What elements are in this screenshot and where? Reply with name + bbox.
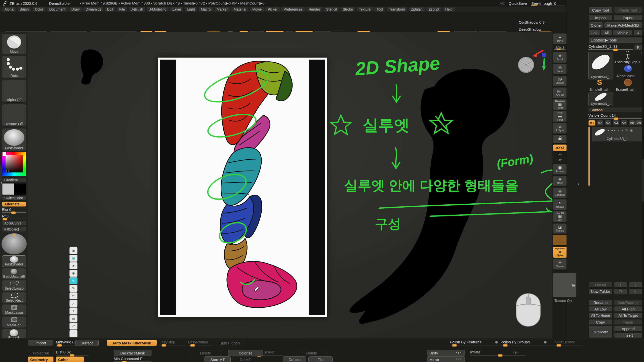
brush-selectrect[interactable]: SelectRect xyxy=(2,292,26,303)
fillobject-button[interactable]: FillObject xyxy=(2,227,26,232)
persp-button[interactable]: Dynamic▦Persp xyxy=(553,99,567,110)
xpose-button[interactable]: ✢Xpose xyxy=(553,259,567,270)
tool-export-button[interactable]: Export xyxy=(614,15,642,21)
right-divider-arrow[interactable]: ◄ xyxy=(577,182,580,186)
menu-picker[interactable]: Picker xyxy=(265,7,280,12)
folder-redo-button[interactable]: ↷ xyxy=(614,289,627,294)
subtool-down-button[interactable]: ↓ xyxy=(629,282,642,288)
hue-marker[interactable] xyxy=(3,152,6,156)
subtool-scrollbar[interactable] xyxy=(588,127,590,186)
pen-disable-icon[interactable]: ⊘ xyxy=(69,270,77,277)
unify-xyz[interactable]: x y z xyxy=(456,351,461,354)
pen-dot-icon[interactable]: • xyxy=(69,307,77,314)
menu-jmodeling[interactable]: J-Modeling xyxy=(147,7,169,12)
subtool-tab-v2[interactable]: V2 xyxy=(596,120,603,126)
alternate-button[interactable]: Alternate xyxy=(2,202,26,207)
menu-file[interactable]: File xyxy=(117,7,128,12)
color-sphere[interactable] xyxy=(2,233,27,254)
eraserbrush-tool[interactable]: EraserBrush xyxy=(614,79,642,92)
menu-alpha[interactable]: Alpha xyxy=(2,7,16,12)
texture-on-label[interactable]: Texture On xyxy=(554,299,572,303)
subtool-tab-v5[interactable]: V5 xyxy=(621,120,628,126)
polish-by-features-slider[interactable]: Polish By Features xyxy=(450,340,506,346)
all-to-target-button[interactable]: All To Target xyxy=(614,313,642,318)
menu-zplugin[interactable]: Zplugin xyxy=(409,7,425,12)
lsym-button[interactable]: ⇄L.Sym xyxy=(553,123,567,134)
menu-layer[interactable]: Layer xyxy=(170,7,184,12)
rotate-z-button[interactable]: ↺Z xyxy=(553,158,567,163)
colorize-button[interactable]: Colorize xyxy=(228,350,263,356)
menu-dynamics[interactable]: Dynamics xyxy=(83,7,103,12)
anatomy-tool[interactable]: 2 J Anatomy Step-1 xyxy=(614,52,642,64)
auto-mask-fibermesh-button[interactable]: Auto Mask FiberMesh xyxy=(107,340,157,346)
make-polymesh3d-button[interactable]: Make PolyMesh3D xyxy=(604,22,642,28)
menu-preferences[interactable]: Preferences xyxy=(281,7,305,12)
menu-draw[interactable]: Draw xyxy=(69,7,82,12)
polyf-button[interactable]: Line Fill▦PolyF xyxy=(553,211,567,222)
all-to-home-button[interactable]: All To Home xyxy=(588,313,613,318)
list-all-button[interactable]: List All xyxy=(588,282,613,288)
brush-selectlasso[interactable]: SelectLasso xyxy=(2,280,26,291)
blur-slider[interactable]: Blur 0 xyxy=(2,208,26,213)
subtool-tab-v3[interactable]: V3 xyxy=(605,120,612,126)
secondary-color-swatch[interactable] xyxy=(14,184,26,195)
stroke-dots-thumbnail[interactable]: Dots xyxy=(2,56,26,78)
pen-undo-icon[interactable]: ↶ xyxy=(69,323,77,330)
polish-by-groups-slider[interactable]: Polish By Groups xyxy=(501,340,555,346)
menu-jbrush[interactable]: J-Brush xyxy=(129,7,146,12)
goz-button[interactable]: GoZ xyxy=(588,30,600,36)
polish-groups-toggle[interactable] xyxy=(544,341,547,344)
gradient-button[interactable]: Gradient xyxy=(2,177,26,183)
inflate-xyz[interactable]: x y z xyxy=(513,351,519,354)
move-3d-button[interactable]: ✥Move xyxy=(553,175,567,187)
menu-stencil[interactable]: Stencil xyxy=(324,7,339,12)
backfacemask-button[interactable]: BackfaceMask xyxy=(114,350,151,356)
mirror-xyz[interactable]: x y z xyxy=(456,357,461,360)
alphabrush-tool[interactable]: AlphaBrush xyxy=(614,65,642,78)
menu-transform[interactable]: Transform xyxy=(387,7,408,12)
pen-pencil-icon[interactable]: ✏ xyxy=(69,292,77,299)
autoreorder-button[interactable]: AutoReorder xyxy=(614,300,642,305)
accucurve-button[interactable]: AccuCurve xyxy=(2,221,26,226)
pen-trash-icon[interactable]: ▯ xyxy=(69,330,77,337)
menu-movie[interactable]: Movie xyxy=(250,7,264,12)
menu-texture[interactable]: Texture xyxy=(356,7,373,12)
switchcolor-button[interactable]: SwitchColor xyxy=(2,196,26,201)
rotate-xyz-button[interactable]: ↺XYZ xyxy=(553,144,567,151)
texture-off-thumbnail[interactable]: Texture Off xyxy=(2,104,26,127)
lightbox-tools-button[interactable]: Lightbox▶Tools xyxy=(588,37,642,43)
menu-material[interactable]: Material xyxy=(231,7,249,12)
paste-tool-button[interactable]: Paste Tool xyxy=(614,7,642,13)
delmt-button[interactable]: DelMT xyxy=(232,356,258,362)
bpr-button[interactable]: ●BPR xyxy=(553,33,567,44)
new-folder-button[interactable]: New Folder xyxy=(588,289,613,294)
menu-edit[interactable]: Edit xyxy=(105,7,116,12)
quicksave-button[interactable]: QuickSave xyxy=(509,1,527,6)
menu-light[interactable]: Light xyxy=(185,7,197,12)
dist-slider[interactable]: Dist 0.02 xyxy=(56,350,89,356)
append-button[interactable]: Append xyxy=(614,326,642,331)
polish-features-toggle[interactable] xyxy=(495,341,498,344)
viewport-canvas[interactable]: 2D Shape 실루엣 (Form) 실루엣 안에 다양한 형태들을 구성 ◎… xyxy=(28,32,552,338)
brush-maskpen[interactable]: MaskPen xyxy=(2,316,26,328)
sv-marker[interactable] xyxy=(7,170,9,172)
split-hidden-button[interactable]: Split Hidden xyxy=(216,340,244,346)
material-basicmaterialb[interactable]: BasicMaterialB xyxy=(2,268,26,279)
subtool-paste-button[interactable]: Paste xyxy=(614,319,642,325)
cylinder-small-tool[interactable]: Cylinder3D_1 xyxy=(588,93,613,106)
texture-preview-panel[interactable]: Te xyxy=(553,273,576,297)
ghost-button[interactable]: ◌Ghost xyxy=(553,235,567,246)
left-divider-arrow[interactable]: ► xyxy=(1,181,4,185)
subtool-tab-v6[interactable]: V6 xyxy=(629,120,635,126)
min-connected-slider[interactable]: Min Connected F xyxy=(114,356,151,362)
pen-eraser-icon[interactable]: ▭ xyxy=(69,315,77,322)
projectall-button[interactable]: ProjectAll xyxy=(28,350,54,356)
menu-macro[interactable]: Macro xyxy=(198,7,213,12)
active-tool-slider[interactable]: Cylinder3D_1. 33 xyxy=(588,44,633,50)
main-color-swatch[interactable] xyxy=(2,184,14,195)
zoom-button[interactable]: ◎Zoom xyxy=(553,64,567,75)
aahalf-button[interactable]: ◎▭AAHalf xyxy=(553,87,567,98)
pen-draw-icon-active[interactable]: ✎ xyxy=(69,277,77,284)
tool-r-button[interactable]: R xyxy=(634,44,642,50)
pen-pen-icon[interactable]: ✎ xyxy=(69,285,77,292)
